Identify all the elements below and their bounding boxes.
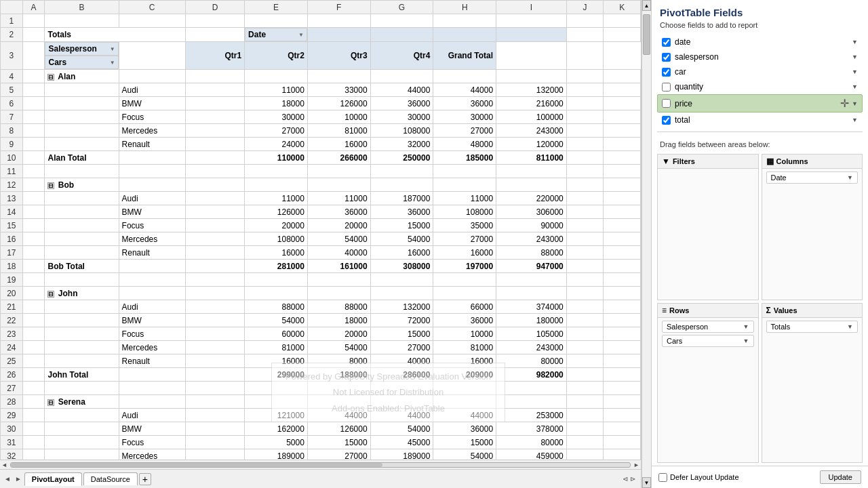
row-num: 7: [1, 110, 23, 124]
tab-nav-next[interactable]: ►: [14, 474, 23, 484]
field-checkbox-car[interactable]: [662, 68, 671, 77]
horizontal-scrollbar[interactable]: ◄ ►: [0, 460, 641, 469]
defer-label: Defer Layout Update: [658, 473, 739, 482]
drag-handle-icon[interactable]: ✛: [840, 97, 849, 110]
chip-salesperson-arrow[interactable]: ▼: [743, 323, 749, 330]
field-item-car[interactable]: car ▼: [657, 64, 863, 79]
columns-content[interactable]: Date ▼: [762, 169, 863, 300]
table-row: 22 BMW 54000 18000 72000 36000 180000: [1, 314, 641, 327]
rows-icon: ≡: [662, 306, 667, 315]
table-row: 27: [1, 382, 641, 395]
columns-label: Columns: [776, 157, 808, 165]
table-row: 13 Audi 11000 11000 187000 11000 220000: [1, 192, 641, 205]
collapse-bob-btn[interactable]: ⊟: [47, 182, 54, 189]
field-arrow-salesperson: ▼: [852, 54, 858, 60]
scroll-up-btn[interactable]: ▲: [642, 0, 651, 11]
row-num: 32: [1, 449, 23, 460]
scroll-left-btn[interactable]: ◄: [1, 462, 7, 468]
column-chip-date[interactable]: Date ▼: [766, 171, 859, 184]
chip-date-arrow[interactable]: ▼: [847, 174, 853, 181]
col-h-header: H: [433, 1, 496, 14]
field-checkbox-salesperson[interactable]: [662, 53, 671, 62]
pivot-area-values-header: Σ Values: [762, 304, 863, 318]
field-arrow-car: ▼: [852, 68, 858, 75]
update-button[interactable]: Update: [820, 470, 861, 484]
pivot-area-filters: ▼ Filters: [657, 154, 759, 300]
tab-datasource[interactable]: DataSource: [83, 472, 138, 485]
table-row: 21 Audi 88000 88000 132000 66000 374000: [1, 300, 641, 314]
col-c-header: C: [119, 1, 185, 14]
table-row: 12 ⊟ Bob: [1, 178, 641, 192]
field-checkbox-price[interactable]: [662, 99, 671, 108]
row-num: 5: [1, 83, 23, 97]
table-row: 25 Renault 16000 8000 40000 16000 80000: [1, 354, 641, 368]
rows-label: Rows: [669, 306, 689, 314]
field-checkbox-total[interactable]: [662, 116, 671, 125]
field-label-salesperson: salesperson: [675, 52, 852, 62]
row-num: 15: [1, 219, 23, 232]
rows-content[interactable]: Salesperson ▼ Cars ▼: [658, 318, 758, 463]
row-num: 28: [1, 395, 23, 409]
chip-cars-arrow[interactable]: ▼: [743, 338, 749, 344]
row-num: 17: [1, 246, 23, 260]
row-num: 11: [1, 165, 23, 178]
table-row: 8 Mercedes 27000 81000 108000 27000 2430…: [1, 124, 641, 138]
field-label-price: price: [675, 99, 840, 108]
row-num: 18: [1, 260, 23, 273]
collapse-alan-btn[interactable]: ⊟: [47, 74, 54, 81]
values-label: Values: [774, 306, 797, 314]
table-row: 18 Bob Total 281000 161000 308000 197000…: [1, 260, 641, 273]
scroll-right-btn[interactable]: ►: [633, 462, 639, 468]
field-item-date[interactable]: date ▼: [657, 35, 863, 49]
col-f-header: F: [307, 1, 370, 14]
vertical-scrollbar[interactable]: ▲ ▼: [642, 0, 651, 488]
row-num: 3: [1, 42, 23, 70]
pivot-area-values: Σ Values Totals ▼: [762, 303, 863, 464]
filters-content[interactable]: [658, 169, 758, 300]
scroll-track[interactable]: [642, 11, 651, 477]
value-chip-totals[interactable]: Totals ▼: [766, 321, 859, 333]
defer-checkbox[interactable]: [658, 473, 667, 482]
scroll-down-btn[interactable]: ▼: [642, 477, 651, 488]
col-header-row: A B C D E F G H I J K: [1, 1, 641, 14]
chip-salesperson-label: Salesperson: [667, 323, 708, 331]
spreadsheet-container: A B C D E F G H I J K: [0, 0, 642, 488]
chip-totals-arrow[interactable]: ▼: [847, 323, 853, 330]
collapse-john-btn[interactable]: ⊟: [47, 291, 54, 298]
field-item-price[interactable]: price ✛ ▼: [657, 94, 863, 113]
add-sheet-btn[interactable]: +: [139, 473, 151, 485]
field-list: date ▼ salesperson ▼ car ▼: [652, 35, 868, 127]
field-item-total[interactable]: total ▼: [657, 113, 863, 127]
row-num: 22: [1, 314, 23, 327]
table-row: 2 Totals Date ▼: [1, 28, 641, 42]
field-item-quantity[interactable]: quantity ▼: [657, 79, 863, 94]
table-row: 9 Renault 24000 16000 32000 48000 120000: [1, 138, 641, 151]
tab-nav-prev[interactable]: ◄: [3, 474, 12, 484]
row-chip-cars[interactable]: Cars ▼: [662, 335, 754, 347]
field-checkbox-quantity[interactable]: [662, 83, 671, 92]
row-num: 26: [1, 368, 23, 382]
table-row: 1: [1, 14, 641, 28]
values-content[interactable]: Totals ▼: [762, 318, 863, 463]
row-num: 10: [1, 151, 23, 165]
tab-pivot-layout[interactable]: PivotLayout: [24, 472, 82, 486]
defer-text: Defer Layout Update: [670, 473, 739, 481]
app-container: A B C D E F G H I J K: [0, 0, 868, 488]
pivot-panel: PivotTable Fields Choose fields to add t…: [651, 0, 868, 488]
pivot-area-rows-header: ≡ Rows: [658, 304, 758, 318]
row-num: 31: [1, 436, 23, 449]
field-label-date: date: [675, 37, 852, 47]
collapse-serena-btn[interactable]: ⊟: [47, 399, 54, 406]
row-num: 12: [1, 178, 23, 192]
row-num: 27: [1, 382, 23, 395]
field-checkbox-date[interactable]: [662, 38, 671, 47]
row-num: 6: [1, 97, 23, 110]
pivot-panel-subtitle: Choose fields to add to report: [652, 20, 868, 35]
table-row: 24 Mercedes 81000 54000 27000 81000 2430…: [1, 341, 641, 354]
table-row: 20 ⊟ John: [1, 287, 641, 300]
sheet-scroll-area[interactable]: A B C D E F G H I J K: [0, 0, 641, 460]
row-chip-salesperson[interactable]: Salesperson ▼: [662, 321, 754, 333]
col-e-header: E: [245, 1, 308, 14]
scroll-thumb[interactable]: [643, 14, 650, 55]
field-item-salesperson[interactable]: salesperson ▼: [657, 49, 863, 64]
